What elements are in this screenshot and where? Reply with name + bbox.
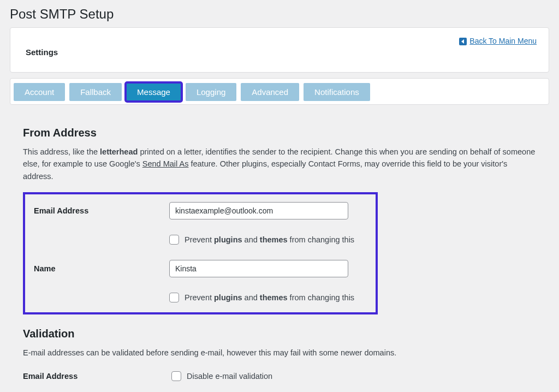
name-label: Name — [34, 264, 169, 273]
tab-notifications[interactable]: Notifications — [304, 83, 370, 101]
validation-email-label: Email Address — [23, 372, 171, 381]
email-address-input[interactable] — [169, 202, 348, 219]
prevent-name-checkbox[interactable] — [169, 293, 179, 302]
disable-validation-label: Disable e-mail validation — [187, 372, 272, 381]
back-link-container: Back To Main Menu — [459, 37, 537, 46]
settings-heading: Settings — [26, 47, 533, 57]
tabs-bar: Account Fallback Message Logging Advance… — [10, 78, 549, 105]
tab-fallback[interactable]: Fallback — [69, 83, 122, 101]
disable-validation-checkbox[interactable] — [171, 371, 181, 381]
validation-heading: Validation — [23, 328, 536, 340]
back-to-main-link[interactable]: Back To Main Menu — [469, 37, 537, 45]
page-title: Post SMTP Setup — [10, 0, 549, 27]
back-icon — [459, 37, 467, 46]
tab-advanced[interactable]: Advanced — [241, 83, 299, 101]
validation-description: E-mail addresses can be validated before… — [23, 347, 536, 359]
from-address-highlight: Email Address Prevent plugins and themes… — [23, 192, 378, 314]
content-area: From Address This address, like the lett… — [10, 105, 549, 381]
setup-panel: Back To Main Menu Settings — [10, 27, 549, 73]
from-address-description: This address, like the letterhead printe… — [23, 146, 536, 182]
name-input[interactable] — [169, 260, 348, 277]
tab-logging[interactable]: Logging — [186, 83, 236, 101]
tab-account[interactable]: Account — [14, 83, 65, 101]
tab-message[interactable]: Message — [126, 83, 181, 101]
prevent-name-label: Prevent plugins and themes from changing… — [185, 293, 354, 302]
validation-section: Validation E-mail addresses can be valid… — [23, 328, 536, 381]
prevent-email-label: Prevent plugins and themes from changing… — [185, 235, 354, 244]
email-address-label: Email Address — [34, 206, 169, 215]
send-mail-as-link[interactable]: Send Mail As — [142, 159, 189, 168]
from-address-heading: From Address — [23, 127, 536, 139]
prevent-email-checkbox[interactable] — [169, 235, 179, 245]
